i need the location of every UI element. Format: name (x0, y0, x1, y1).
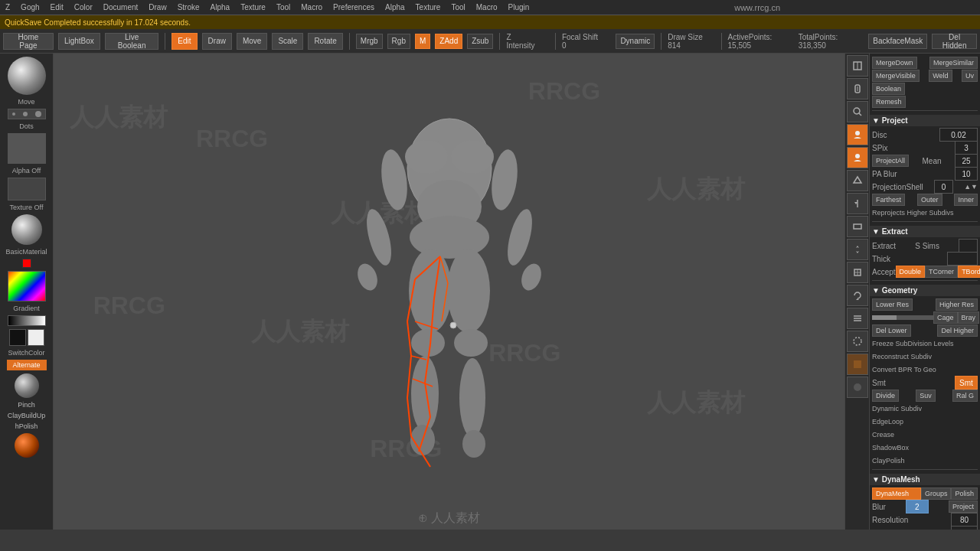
backface-mask-button[interactable]: BackfaceMask (868, 34, 927, 49)
weld-button[interactable]: Weld (929, 70, 952, 82)
edit-button[interactable]: Edit (172, 33, 197, 50)
boolean-button[interactable]: Boolean (872, 83, 905, 95)
tborder-button[interactable]: TBorder (958, 266, 980, 278)
avatar2-icon-btn[interactable] (847, 147, 868, 168)
merge-similar-button[interactable]: MergeSimilar (929, 57, 978, 69)
menu-plugin[interactable]: Plugin (506, 3, 532, 11)
color-sphere[interactable] (15, 433, 39, 458)
scale-button[interactable]: Scale (272, 33, 303, 50)
move-icon-btn[interactable] (847, 239, 868, 260)
divide-button[interactable]: Divide (872, 390, 899, 402)
mrgb-button[interactable]: Mrgb (356, 34, 383, 49)
hpolish-label[interactable]: hPolish (15, 422, 38, 430)
smt-input[interactable] (955, 376, 978, 390)
projection-shell-input[interactable] (934, 180, 953, 194)
dots-label[interactable]: Dots (19, 122, 34, 130)
s-sims-input[interactable] (959, 239, 978, 253)
menu-gogh[interactable]: Gogh (18, 3, 41, 11)
bray-button[interactable]: Bray (958, 311, 980, 324)
alpha-off-label[interactable]: Alpha Off (12, 167, 41, 174)
menu-color[interactable]: Color (72, 3, 95, 11)
basic-material-label[interactable]: BasicMaterial (5, 248, 47, 256)
dynamic-button[interactable]: Dynamic (616, 34, 655, 49)
black-swatch[interactable] (9, 329, 26, 346)
rotate-button[interactable]: Rotate (308, 33, 342, 50)
lightbox-button[interactable]: LightBox (58, 33, 100, 50)
lower-res-button[interactable]: Lower Res (872, 298, 913, 311)
menu-preferences[interactable]: Preferences (331, 3, 377, 11)
merge-visible-button[interactable]: MergeVisible (872, 70, 920, 82)
syvz-icon-btn[interactable] (847, 216, 868, 237)
remesh-button[interactable]: Remesh (872, 96, 906, 108)
menu-stroke[interactable]: Stroke (175, 3, 202, 11)
menu-draw[interactable]: Draw (146, 3, 168, 11)
sym-icon-btn[interactable] (847, 193, 868, 214)
color-picker[interactable] (8, 271, 46, 302)
brush-preview-sphere[interactable] (8, 57, 46, 95)
suv-button[interactable]: Suv (916, 390, 936, 402)
polish-button[interactable]: Polish (951, 487, 978, 500)
scroll-icon-btn[interactable] (847, 78, 868, 99)
groups-button[interactable]: Groups (921, 487, 952, 500)
menu-texture[interactable]: Texture (238, 3, 268, 11)
pa-blur-input[interactable] (955, 167, 978, 181)
mean-input[interactable] (955, 154, 978, 168)
tcorner-button[interactable]: TCorner (925, 266, 958, 278)
cage-button[interactable]: Cage (933, 311, 958, 324)
persp-icon-btn[interactable] (847, 170, 868, 191)
zadd-button[interactable]: ZAdd (435, 34, 462, 49)
switch-color-label[interactable]: SwitchColor (8, 349, 44, 357)
menu-tool[interactable]: Tool (274, 3, 292, 11)
live-boolean-button[interactable]: Live Boolean (105, 33, 159, 50)
brush-tool-icon-btn[interactable] (847, 354, 868, 375)
material-sphere[interactable] (11, 214, 42, 245)
uv-button[interactable]: Uv (962, 70, 978, 82)
line-fill-icon-btn[interactable] (847, 308, 868, 329)
zsub-button[interactable]: Zsub (467, 34, 493, 49)
menu-macro[interactable]: Macro (299, 3, 325, 11)
resolution-input[interactable] (951, 513, 978, 527)
red-swatch[interactable] (22, 259, 31, 268)
menu-document[interactable]: Document (101, 3, 141, 11)
inner-button[interactable]: Inner (954, 194, 978, 206)
white-swatch[interactable] (28, 329, 44, 346)
outer-button[interactable]: Outer (917, 194, 942, 206)
menu-texture2[interactable]: Texture (413, 3, 443, 11)
project-btn[interactable]: Project (949, 500, 978, 513)
menu-alpha2[interactable]: Alpha (383, 3, 407, 11)
move-button[interactable]: Move (237, 33, 267, 50)
draw-button[interactable]: Draw (202, 33, 232, 50)
menu-edit[interactable]: Edit (48, 3, 66, 11)
merge-down-button[interactable]: MergeDown (872, 57, 917, 69)
cage-slider[interactable] (872, 315, 933, 320)
subd-icon-btn[interactable] (847, 262, 868, 283)
double-button[interactable]: Double (896, 266, 926, 278)
m-button[interactable]: M (415, 34, 430, 49)
avatar-icon-btn[interactable] (847, 124, 868, 145)
menu-alpha[interactable]: Alpha (208, 3, 233, 11)
pinch-label[interactable]: Pinch (18, 401, 35, 409)
sub-projection-input[interactable] (951, 526, 978, 530)
gradient-bar[interactable] (8, 315, 46, 326)
del-higher-button[interactable]: Del Higher (937, 324, 978, 337)
zoom-icon-btn[interactable] (847, 101, 868, 122)
move-label[interactable]: Move (18, 98, 34, 106)
spix-input[interactable] (955, 141, 978, 155)
project-all-button[interactable]: ProjectAll (872, 155, 909, 167)
home-page-button[interactable]: Home Page (3, 33, 54, 50)
clay-buildup-label[interactable]: ClayBuildUp (8, 412, 46, 419)
dyna-mesh-button[interactable]: DynaMesh (872, 487, 921, 500)
transp-icon-btn[interactable] (847, 331, 868, 352)
farthest-button[interactable]: Farthest (872, 194, 905, 206)
alternate-button[interactable]: Alternate (7, 360, 47, 370)
rotate-icon-btn[interactable] (847, 285, 868, 306)
higher-res-button[interactable]: Higher Res (936, 298, 978, 311)
del-lower-button[interactable]: Del Lower (872, 324, 911, 337)
pinch-sphere[interactable] (15, 373, 39, 398)
rgb-button[interactable]: Rgb (387, 34, 410, 49)
spix-icon-btn[interactable] (847, 55, 868, 77)
disc-input[interactable] (939, 128, 978, 142)
gradient-label[interactable]: Gradient (13, 305, 40, 312)
thick-input[interactable] (947, 252, 978, 266)
alpha-preview[interactable] (8, 133, 46, 164)
